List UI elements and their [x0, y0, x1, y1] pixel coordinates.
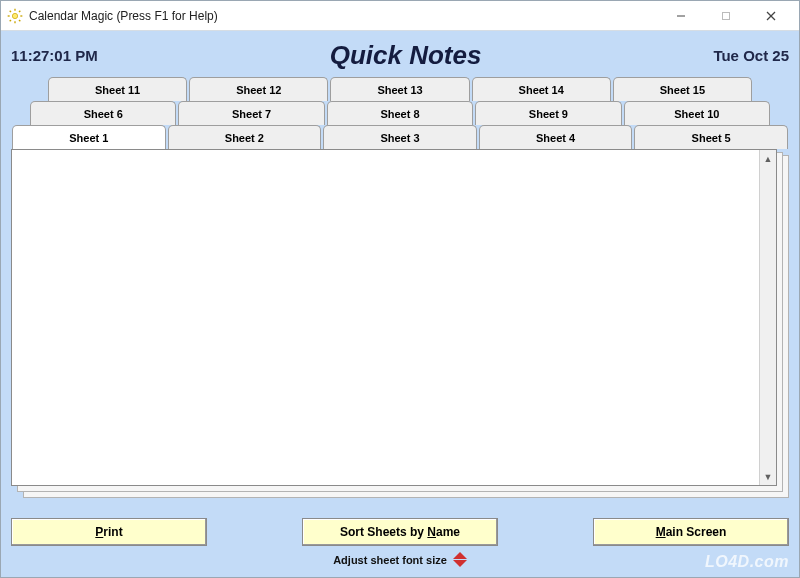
tab-sheet-11[interactable]: Sheet 11	[48, 77, 187, 101]
header-row: 11:27:01 PM Quick Notes Tue Oct 25	[11, 37, 789, 73]
print-button[interactable]: Print	[11, 518, 207, 546]
tab-sheet-8[interactable]: Sheet 8	[327, 101, 473, 125]
buttons-row: Print Sort Sheets by Name Main Screen	[11, 518, 789, 546]
font-size-stepper[interactable]	[453, 552, 467, 567]
svg-line-6	[19, 20, 20, 21]
tab-sheet-4[interactable]: Sheet 4	[479, 125, 633, 149]
chevron-down-icon[interactable]	[453, 560, 467, 567]
svg-point-0	[12, 13, 17, 18]
tab-row-back: Sheet 11 Sheet 12 Sheet 13 Sheet 14 Shee…	[11, 77, 789, 101]
chevron-up-icon[interactable]	[453, 552, 467, 559]
sheet-panel: ▲ ▼	[11, 149, 777, 486]
tab-sheet-12[interactable]: Sheet 12	[189, 77, 328, 101]
tabs-area: Sheet 11 Sheet 12 Sheet 13 Sheet 14 Shee…	[11, 77, 789, 149]
svg-line-7	[10, 20, 11, 21]
svg-rect-10	[722, 12, 729, 19]
adjust-font-label: Adjust sheet font size	[333, 554, 447, 566]
minimize-button[interactable]	[658, 2, 703, 30]
tab-sheet-10[interactable]: Sheet 10	[624, 101, 770, 125]
main-screen-button[interactable]: Main Screen	[593, 518, 789, 546]
close-button[interactable]	[748, 2, 793, 30]
tab-sheet-2[interactable]: Sheet 2	[168, 125, 322, 149]
tab-sheet-1[interactable]: Sheet 1	[12, 125, 166, 149]
svg-line-5	[10, 10, 11, 11]
btn-text: Sort Sheets by Name	[340, 525, 460, 539]
btn-text: Print	[95, 525, 122, 539]
app-window: Calendar Magic (Press F1 for Help) 11:27…	[0, 0, 800, 578]
tab-sheet-6[interactable]: Sheet 6	[30, 101, 176, 125]
scroll-up-icon[interactable]: ▲	[760, 150, 776, 167]
maximize-button[interactable]	[703, 2, 748, 30]
window-title: Calendar Magic (Press F1 for Help)	[29, 9, 218, 23]
app-sun-icon	[7, 8, 23, 24]
tab-row-front: Sheet 1 Sheet 2 Sheet 3 Sheet 4 Sheet 5	[11, 125, 789, 149]
tab-row-mid: Sheet 6 Sheet 7 Sheet 8 Sheet 9 Sheet 10	[11, 101, 789, 125]
sort-sheets-button[interactable]: Sort Sheets by Name	[302, 518, 498, 546]
tab-sheet-9[interactable]: Sheet 9	[475, 101, 621, 125]
sheet-stack: ▲ ▼	[11, 149, 789, 498]
tab-sheet-5[interactable]: Sheet 5	[634, 125, 788, 149]
adjust-font-row: Adjust sheet font size	[11, 552, 789, 567]
svg-line-8	[19, 10, 20, 11]
tab-sheet-3[interactable]: Sheet 3	[323, 125, 477, 149]
titlebar: Calendar Magic (Press F1 for Help)	[1, 1, 799, 31]
tab-sheet-14[interactable]: Sheet 14	[472, 77, 611, 101]
btn-text: Main Screen	[656, 525, 727, 539]
tab-sheet-7[interactable]: Sheet 7	[178, 101, 324, 125]
client-area: 11:27:01 PM Quick Notes Tue Oct 25 Sheet…	[1, 31, 799, 577]
page-title: Quick Notes	[98, 40, 714, 71]
tab-sheet-13[interactable]: Sheet 13	[330, 77, 469, 101]
date-label: Tue Oct 25	[713, 47, 789, 64]
sheet-textarea[interactable]	[12, 150, 759, 485]
scroll-down-icon[interactable]: ▼	[760, 468, 776, 485]
vertical-scrollbar[interactable]: ▲ ▼	[759, 150, 776, 485]
clock-label: 11:27:01 PM	[11, 47, 98, 64]
tab-sheet-15[interactable]: Sheet 15	[613, 77, 752, 101]
